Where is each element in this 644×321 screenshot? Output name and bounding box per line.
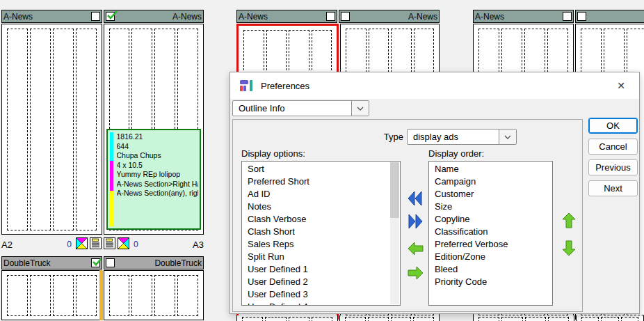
move-left-icon[interactable]: [406, 240, 424, 258]
page-header-title: A-News: [408, 12, 437, 22]
next-button[interactable]: Next: [588, 180, 638, 196]
outline-info-value: Outline Info: [233, 101, 351, 116]
ad-note-line: 1816.21: [117, 132, 198, 142]
list-item[interactable]: Bleed: [429, 263, 552, 276]
dialog-title: Preferences: [261, 81, 309, 91]
page-canvas-dt-right[interactable]: [104, 270, 204, 320]
dialog-titlebar[interactable]: Preferences ✕: [230, 72, 639, 99]
move-right-icon[interactable]: [406, 264, 424, 282]
ad-note-line: Yummy REp lolipop: [117, 170, 198, 180]
close-icon[interactable]: ✕: [612, 80, 630, 91]
flag-quad-right-icon[interactable]: [118, 237, 129, 251]
previous-button[interactable]: Previous: [588, 159, 638, 175]
list-item[interactable]: Name: [429, 163, 552, 175]
note-list-icon[interactable]: [104, 237, 115, 251]
page-count-right: 0: [134, 240, 138, 249]
move-all-left-icon[interactable]: [406, 189, 424, 208]
ad-note-line: A-News Section>Right Hand: [117, 180, 198, 189]
column-guides: [7, 275, 97, 316]
list-item[interactable]: Sort: [242, 163, 400, 175]
spread-doubletruck: DoubleTruck DoubleTruck: [1, 256, 204, 320]
page-checkbox-checked[interactable]: [106, 12, 115, 21]
page-checkbox-unchecked[interactable]: [91, 12, 100, 21]
page-canvas-a3[interactable]: 1816.21 644 Chupa Chups 4 x 10.5 Yummy R…: [104, 24, 204, 235]
list-item[interactable]: Classification: [429, 226, 552, 238]
page-header-title: A-News: [3, 12, 33, 22]
list-item[interactable]: User Defined 2: [242, 276, 400, 288]
page-canvas-a2[interactable]: [1, 24, 102, 235]
spread-header: A-News: [473, 10, 644, 23]
display-order-label: Display order:: [428, 148, 484, 159]
page-header-mid-left[interactable]: A-News: [236, 10, 337, 23]
page-header-right-right[interactable]: [575, 10, 644, 23]
list-item[interactable]: Copyline: [429, 213, 552, 226]
page-fragment: [236, 315, 338, 321]
chevron-down-icon[interactable]: [351, 101, 369, 116]
list-item[interactable]: Notes: [242, 201, 400, 213]
list-item[interactable]: Sales Reps: [242, 238, 400, 251]
ad-note-line: A-News Section(any), right p: [117, 189, 198, 198]
type-dropdown[interactable]: display ads: [407, 129, 517, 145]
cancel-button[interactable]: Cancel: [588, 139, 638, 155]
display-options-label: Display options:: [241, 148, 305, 159]
ad-note-color-stripe: [110, 132, 113, 226]
page-header-mid-right[interactable]: A-News: [339, 10, 440, 23]
move-up-icon[interactable]: [560, 211, 578, 229]
list-item[interactable]: User Defined 4: [242, 301, 400, 306]
move-all-right-icon[interactable]: [406, 212, 424, 230]
outline-settings-group: Type display ads Display options: Displa…: [232, 119, 583, 312]
display-order-list[interactable]: Name Campaign Customer Size Copyline Cla…: [428, 161, 553, 306]
page-header-title: DoubleTruck: [154, 258, 202, 268]
page-fragment: [576, 315, 644, 321]
list-item[interactable]: User Defined 1: [242, 263, 400, 276]
page-fragment: [339, 315, 440, 321]
display-options-list[interactable]: Sort Preferred Short Ad ID Notes Clash V…: [241, 161, 401, 306]
page-fragment: [473, 315, 574, 321]
page-header-dt-right[interactable]: DoubleTruck: [104, 256, 204, 269]
spread-header: DoubleTruck DoubleTruck: [1, 256, 204, 269]
page-header-title: A-News: [239, 12, 268, 22]
move-down-icon[interactable]: [560, 239, 578, 257]
page-checkbox-unchecked[interactable]: [106, 258, 115, 267]
list-item[interactable]: Split Run: [242, 251, 400, 263]
page-checkbox-unchecked[interactable]: [341, 12, 350, 21]
page-number-left: A2: [1, 240, 13, 250]
scrollbar[interactable]: [390, 162, 399, 304]
outline-info-dropdown[interactable]: Outline Info: [232, 100, 369, 116]
note-list-icon[interactable]: [90, 237, 102, 251]
spread-a2-a3: A-News A-News 1816.21 644 Chupa Chups 4 …: [1, 10, 204, 235]
ok-button[interactable]: OK: [588, 118, 638, 134]
app-logo-icon: [239, 78, 253, 94]
spread-gutter-highlight: [99, 270, 103, 320]
page-checkbox-unchecked[interactable]: [326, 12, 335, 21]
list-item[interactable]: Size: [429, 201, 552, 213]
flag-quad-left-icon[interactable]: [76, 237, 88, 251]
spread-header: A-News A-News: [236, 10, 440, 23]
scrollbar-thumb[interactable]: [390, 162, 399, 218]
list-item[interactable]: User Defined 3: [242, 288, 400, 301]
page-checkbox-unchecked[interactable]: [563, 12, 572, 21]
list-item[interactable]: Clash Verbose: [242, 213, 400, 226]
page-header-a2[interactable]: A-News: [1, 10, 102, 23]
page-header-right-left[interactable]: A-News: [473, 10, 574, 23]
list-item[interactable]: Priority Code: [429, 276, 552, 288]
list-item[interactable]: Ad ID: [242, 188, 400, 201]
list-item[interactable]: Campaign: [429, 175, 552, 188]
chevron-down-icon[interactable]: [499, 130, 516, 144]
ad-note[interactable]: 1816.21 644 Chupa Chups 4 x 10.5 Yummy R…: [106, 129, 201, 230]
list-item[interactable]: Clash Short: [242, 226, 400, 238]
page-header-a3[interactable]: A-News: [104, 10, 204, 23]
ad-note-line: 4 x 10.5: [117, 161, 198, 171]
spread-footer: A2 0 0 A3: [1, 237, 204, 251]
list-item[interactable]: Preferred Short: [242, 175, 400, 188]
page-header-dt-left[interactable]: DoubleTruck: [1, 256, 102, 269]
page-checkbox-checked[interactable]: [91, 258, 100, 267]
column-guides: [109, 275, 199, 316]
page-count-left: 0: [67, 240, 72, 249]
list-item[interactable]: Customer: [429, 188, 552, 201]
page-checkbox-unchecked[interactable]: [577, 12, 586, 21]
spread-header: A-News A-News: [1, 10, 204, 23]
page-canvas-dt-left[interactable]: [1, 270, 102, 320]
list-item[interactable]: Preferred Verbose: [429, 238, 552, 251]
list-item[interactable]: Edition/Zone: [429, 251, 552, 263]
